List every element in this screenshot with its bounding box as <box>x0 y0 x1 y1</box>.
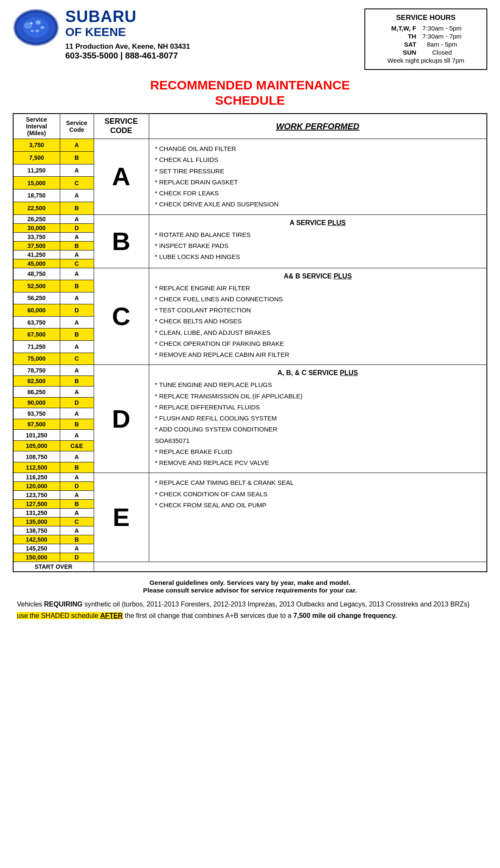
interval-miles: 142,500 <box>13 535 60 544</box>
hours-box: SERVICE HOURS M,T,W, F 7:30am - 5pm TH 7… <box>364 8 487 70</box>
hours-days: TH <box>387 33 419 40</box>
service-code-cell: B <box>94 214 149 268</box>
interval-miles: 33,750 <box>13 232 60 241</box>
interval-miles: 45,000 <box>13 259 60 268</box>
interval-code: B <box>60 241 94 250</box>
interval-miles: 127,500 <box>13 500 60 509</box>
after-bold: AFTER <box>100 612 123 619</box>
header: SUBARU OF KEENE 11 Production Ave, Keene… <box>13 8 487 70</box>
footer-note: General guidelines only. Services vary b… <box>13 579 487 594</box>
service-code-label: SERVICECODE <box>94 114 149 139</box>
interval-code: D <box>60 482 94 491</box>
interval-miles: 63,750 <box>13 316 60 328</box>
work-performed-cell: * REPLACE CAM TIMING BELT & CRANK SEAL* … <box>149 473 487 562</box>
interval-miles: 123,750 <box>13 491 60 500</box>
hours-time: 7:30am - 7pm <box>419 33 464 40</box>
dealer-name: SUBARU <box>65 8 190 25</box>
interval-code: C&E <box>60 440 94 451</box>
service-code-cell: D <box>94 365 149 473</box>
hours-time: 8am - 5pm <box>419 41 464 48</box>
interval-code: A <box>60 509 94 517</box>
interval-code: A <box>60 268 94 280</box>
code-column-header: ServiceCode <box>60 114 94 139</box>
interval-code: A <box>60 341 94 353</box>
interval-miles: 41,250 <box>13 250 60 259</box>
interval-miles: 135,000 <box>13 517 60 526</box>
interval-code: B <box>60 151 94 164</box>
interval-miles: 150,000 <box>13 553 60 562</box>
interval-code: B <box>60 500 94 509</box>
interval-miles: 93,750 <box>13 408 60 419</box>
service-code-cell: E <box>94 473 149 562</box>
hours-row: TH 7:30am - 7pm <box>387 33 464 40</box>
footer-body: Vehicles REQUIRING synthetic oil (turbos… <box>13 598 487 621</box>
interval-miles: 3,750 <box>13 139 60 152</box>
schedule-table: Service Interval(Miles) ServiceCode SERV… <box>13 113 487 572</box>
interval-code: C <box>60 353 94 365</box>
interval-code: A <box>60 387 94 398</box>
hours-table: M,T,W, F 7:30am - 5pm TH 7:30am - 7pm SA… <box>386 24 465 65</box>
interval-miles: 11,250 <box>13 164 60 177</box>
svg-point-6 <box>36 30 39 32</box>
interval-code: B <box>60 328 94 341</box>
interval-code: B <box>60 535 94 544</box>
interval-miles: 56,250 <box>13 292 60 304</box>
interval-code: A <box>60 544 94 553</box>
table-row: 26,250ABA SERVICE PLUS* ROTATE AND BALAN… <box>13 214 487 223</box>
interval-code: D <box>60 223 94 232</box>
interval-code: C <box>60 177 94 189</box>
interval-miles: 145,250 <box>13 544 60 553</box>
interval-miles: 108,750 <box>13 451 60 462</box>
start-over-label: START OVER <box>13 562 94 572</box>
service-code-cell: C <box>94 268 149 365</box>
work-performed-cell: A SERVICE PLUS* ROTATE AND BALANCE TIRES… <box>149 214 487 268</box>
interval-code: A <box>60 473 94 482</box>
service-code-cell: A <box>94 139 149 215</box>
interval-code: A <box>60 139 94 152</box>
interval-miles: 75,000 <box>13 353 60 365</box>
interval-code: B <box>60 202 94 214</box>
interval-miles: 26,250 <box>13 214 60 223</box>
hours-note: Week night pickups till 7pm <box>387 57 464 64</box>
interval-code: A <box>60 189 94 202</box>
interval-miles: 71,250 <box>13 341 60 353</box>
table-header-row: Service Interval(Miles) ServiceCode SERV… <box>13 114 487 139</box>
interval-miles: 101,250 <box>13 430 60 441</box>
interval-miles: 105,000 <box>13 440 60 451</box>
hours-days: M,T,W, F <box>387 25 419 32</box>
hours-row: SUN Closed <box>387 49 464 56</box>
hours-row: Week night pickups till 7pm <box>387 57 464 64</box>
svg-point-5 <box>41 26 44 29</box>
hours-days: SAT <box>387 41 419 48</box>
interval-miles: 86,250 <box>13 387 60 398</box>
hours-time: 7:30am - 5pm <box>419 25 464 32</box>
interval-code: C <box>60 517 94 526</box>
hours-row: M,T,W, F 7:30am - 5pm <box>387 25 464 32</box>
svg-point-7 <box>31 30 34 32</box>
interval-code: B <box>60 419 94 430</box>
after-underline: AFTER <box>100 612 123 619</box>
interval-miles: 78,750 <box>13 365 60 376</box>
interval-miles: 131,250 <box>13 509 60 517</box>
interval-miles: 60,000 <box>13 304 60 317</box>
table-row: 48,750ACA& B SERVICE PLUS* REPLACE ENGIN… <box>13 268 487 280</box>
interval-code: A <box>60 526 94 535</box>
header-left: SUBARU OF KEENE 11 Production Ave, Keene… <box>13 8 190 61</box>
dealer-address: 11 Production Ave, Keene, NH 03431 <box>65 42 190 51</box>
subaru-logo <box>13 8 59 47</box>
svg-point-4 <box>36 20 41 25</box>
hours-title: SERVICE HOURS <box>372 14 480 22</box>
work-performed-label: WORK PERFORMED <box>149 114 487 139</box>
dealer-phone: 603-355-5000 | 888-461-8077 <box>65 51 190 61</box>
interval-header: Service Interval(Miles) <box>13 114 60 139</box>
interval-miles: 90,000 <box>13 397 60 408</box>
interval-miles: 18,750 <box>13 189 60 202</box>
table-row: 3,750AA* CHANGE OIL AND FILTER* CHECK AL… <box>13 139 487 152</box>
interval-miles: 48,750 <box>13 268 60 280</box>
interval-code: A <box>60 316 94 328</box>
interval-code: A <box>60 451 94 462</box>
table-row: 78,750ADA, B, & C SERVICE PLUS* TUNE ENG… <box>13 365 487 376</box>
interval-miles: 37,500 <box>13 241 60 250</box>
interval-code: B <box>60 376 94 387</box>
hours-time: Closed <box>419 49 464 56</box>
